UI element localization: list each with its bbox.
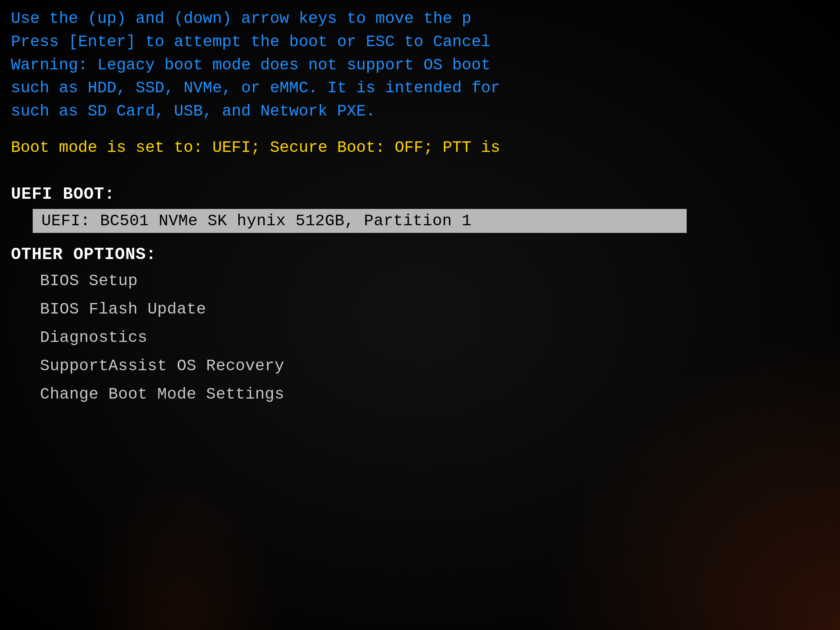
spacer-1 (11, 123, 829, 136)
menu-item-change-boot-mode[interactable]: Change Boot Mode Settings (11, 380, 829, 408)
menu-item-bios-setup[interactable]: BIOS Setup (11, 267, 829, 295)
info-line-1: Use the (up) and (down) arrow keys to mo… (11, 7, 829, 30)
info-line-3: Warning: Legacy boot mode does not suppo… (11, 54, 829, 77)
boot-status-line: Boot mode is set to: UEFI; Secure Boot: … (11, 136, 829, 159)
uefi-boot-selected-item[interactable]: UEFI: BC501 NVMe SK hynix 512GB, Partiti… (33, 209, 687, 233)
spacer-2 (11, 159, 829, 172)
menu-item-supportassist-recovery[interactable]: SupportAssist OS Recovery (11, 352, 829, 380)
menu-item-diagnostics[interactable]: Diagnostics (11, 324, 829, 352)
info-line-2: Press [Enter] to attempt the boot or ESC… (11, 30, 829, 54)
bios-content: Use the (up) and (down) arrow keys to mo… (0, 0, 840, 416)
menu-item-bios-flash-update[interactable]: BIOS Flash Update (11, 295, 829, 324)
uefi-boot-label: UEFI BOOT: (11, 183, 829, 206)
other-options-label: OTHER OPTIONS: (11, 243, 829, 266)
info-line-4: such as HDD, SSD, NVMe, or eMMC. It is i… (11, 77, 829, 100)
info-line-5: such as SD Card, USB, and Network PXE. (11, 100, 829, 123)
